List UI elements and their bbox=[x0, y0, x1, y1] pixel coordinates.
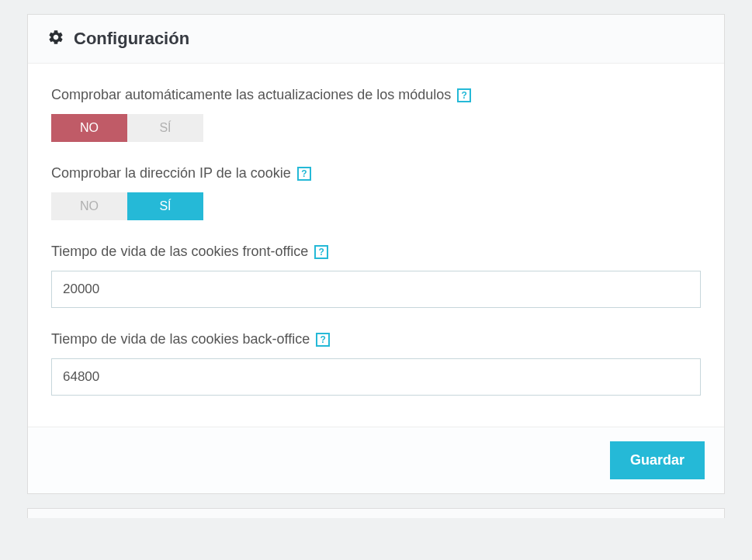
back-cookie-lifetime-label-row: Tiempo de vida de las cookies back-offic… bbox=[51, 331, 701, 347]
help-icon[interactable]: ? bbox=[316, 333, 330, 347]
auto-check-updates-toggle: NO SÍ bbox=[51, 114, 203, 142]
check-cookie-ip-no-button[interactable]: NO bbox=[51, 192, 127, 220]
auto-check-updates-si-button[interactable]: SÍ bbox=[127, 114, 203, 142]
help-icon[interactable]: ? bbox=[314, 245, 328, 259]
help-icon[interactable]: ? bbox=[297, 167, 311, 181]
panel-title: Configuración bbox=[74, 29, 189, 49]
front-cookie-lifetime-label-row: Tiempo de vida de las cookies front-offi… bbox=[51, 244, 701, 260]
auto-check-updates-no-button[interactable]: NO bbox=[51, 114, 127, 142]
auto-check-updates-label-row: Comprobar automáticamente las actualizac… bbox=[51, 87, 701, 103]
front-cookie-lifetime-input[interactable] bbox=[51, 271, 701, 308]
auto-check-updates-label: Comprobar automáticamente las actualizac… bbox=[51, 87, 451, 103]
back-cookie-lifetime-input[interactable] bbox=[51, 358, 701, 396]
check-cookie-ip-toggle: NO SÍ bbox=[51, 192, 203, 220]
back-cookie-lifetime-label: Tiempo de vida de las cookies back-offic… bbox=[51, 331, 310, 347]
form-group-back-cookie-lifetime: Tiempo de vida de las cookies back-offic… bbox=[51, 331, 701, 396]
panel-footer: Guardar bbox=[28, 427, 724, 493]
save-button[interactable]: Guardar bbox=[610, 441, 705, 479]
front-cookie-lifetime-label: Tiempo de vida de las cookies front-offi… bbox=[51, 244, 308, 260]
form-group-check-cookie-ip: Comprobar la dirección IP de la cookie ?… bbox=[51, 165, 701, 220]
panel-header: Configuración bbox=[28, 15, 724, 64]
check-cookie-ip-label-row: Comprobar la dirección IP de la cookie ? bbox=[51, 165, 701, 181]
check-cookie-ip-si-button[interactable]: SÍ bbox=[127, 192, 203, 220]
secondary-panel-header bbox=[27, 508, 725, 518]
panel-body: Comprobar automáticamente las actualizac… bbox=[28, 64, 724, 427]
help-icon[interactable]: ? bbox=[457, 88, 471, 102]
configuration-panel: Configuración Comprobar automáticamente … bbox=[27, 14, 725, 494]
check-cookie-ip-label: Comprobar la dirección IP de la cookie bbox=[51, 165, 291, 181]
form-group-auto-check-updates: Comprobar automáticamente las actualizac… bbox=[51, 87, 701, 142]
form-group-front-cookie-lifetime: Tiempo de vida de las cookies front-offi… bbox=[51, 244, 701, 308]
gear-icon bbox=[47, 29, 64, 49]
